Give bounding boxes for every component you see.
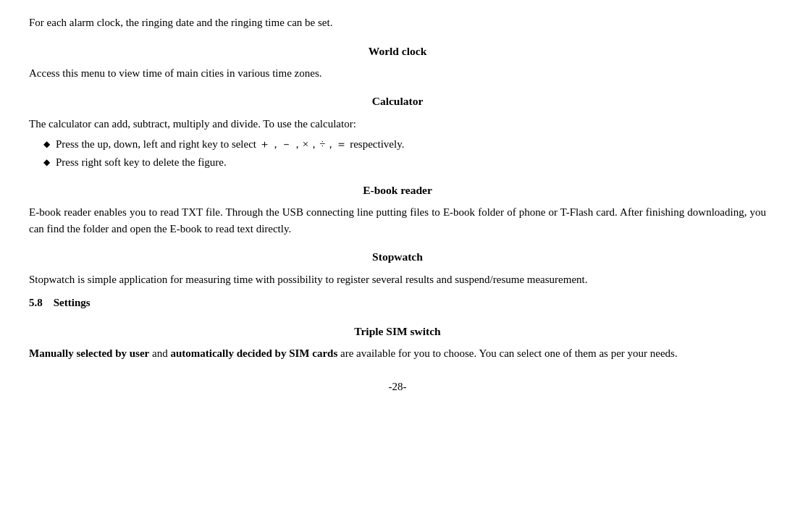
list-item: ◆ Press right soft key to delete the fig… xyxy=(43,154,766,171)
page-number: -28- xyxy=(389,381,407,392)
calculator-bullet-list: ◆ Press the up, down, left and right key… xyxy=(43,136,766,170)
ebook-description: E-book reader enables you to read TXT fi… xyxy=(29,204,766,237)
triple-sim-description: Manually selected by user and automatica… xyxy=(29,345,766,362)
settings-section-heading: 5.8 Settings xyxy=(29,295,766,311)
intro-line: For each alarm clock, the ringing date a… xyxy=(29,14,766,31)
triple-sim-bold-1: Manually selected by user xyxy=(29,347,149,359)
calculator-description: The calculator can add, subtract, multip… xyxy=(29,116,766,132)
world-clock-description: Access this menu to view time of main ci… xyxy=(29,65,766,82)
calculator-bullet-1: Press the up, down, left and right key t… xyxy=(56,136,404,153)
triple-sim-end: are available for you to choose. You can… xyxy=(337,347,677,359)
bullet-diamond-icon: ◆ xyxy=(43,156,50,169)
triple-sim-connector: and xyxy=(149,347,170,359)
settings-section-label: Settings xyxy=(54,297,91,308)
triple-sim-heading: Triple SIM switch xyxy=(29,323,766,339)
calculator-bullet-2: Press right soft key to delete the figur… xyxy=(56,154,227,171)
page-footer: -28- xyxy=(29,379,766,395)
stopwatch-description: Stopwatch is simple application for meas… xyxy=(29,271,766,288)
settings-section-number: 5.8 xyxy=(29,297,43,308)
ebook-heading: E-book reader xyxy=(29,182,766,198)
world-clock-heading: World clock xyxy=(29,43,766,59)
stopwatch-heading: Stopwatch xyxy=(29,248,766,265)
list-item: ◆ Press the up, down, left and right key… xyxy=(43,136,766,153)
bullet-diamond-icon: ◆ xyxy=(43,138,50,151)
calculator-heading: Calculator xyxy=(29,93,766,109)
triple-sim-bold-2: automatically decided by SIM cards xyxy=(170,347,337,359)
